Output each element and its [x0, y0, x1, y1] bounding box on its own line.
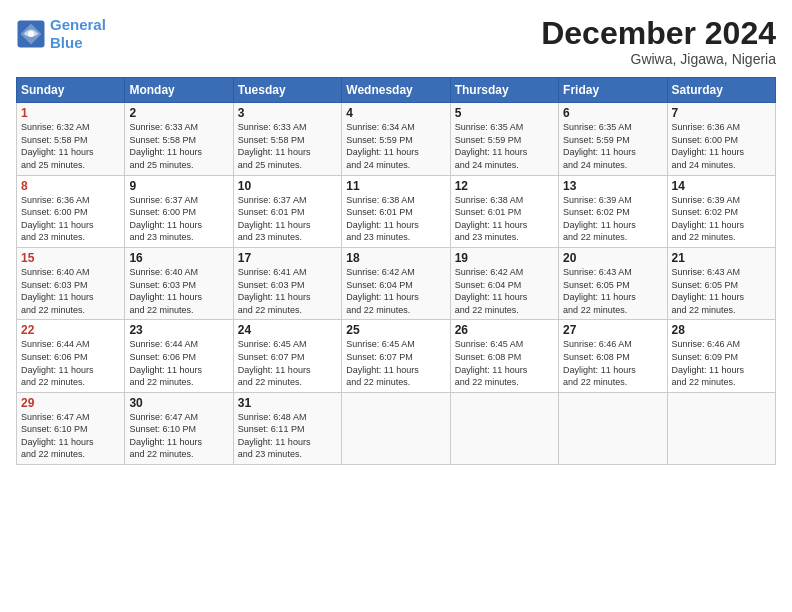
day-number: 12	[455, 179, 554, 193]
calendar-cell: 8 Sunrise: 6:36 AMSunset: 6:00 PMDayligh…	[17, 175, 125, 247]
calendar-body: 1 Sunrise: 6:32 AMSunset: 5:58 PMDayligh…	[17, 103, 776, 465]
weekday-header: Friday	[559, 78, 667, 103]
page: General Blue December 2024 Gwiwa, Jigawa…	[0, 0, 792, 612]
logo: General Blue	[16, 16, 106, 52]
day-number: 26	[455, 323, 554, 337]
calendar-cell: 18 Sunrise: 6:42 AMSunset: 6:04 PMDaylig…	[342, 247, 450, 319]
calendar-cell: 29 Sunrise: 6:47 AMSunset: 6:10 PMDaylig…	[17, 392, 125, 464]
day-number: 2	[129, 106, 228, 120]
calendar-cell: 20 Sunrise: 6:43 AMSunset: 6:05 PMDaylig…	[559, 247, 667, 319]
calendar-cell: 10 Sunrise: 6:37 AMSunset: 6:01 PMDaylig…	[233, 175, 341, 247]
day-info: Sunrise: 6:40 AMSunset: 6:03 PMDaylight:…	[21, 266, 120, 316]
calendar-week-row: 1 Sunrise: 6:32 AMSunset: 5:58 PMDayligh…	[17, 103, 776, 175]
day-number: 20	[563, 251, 662, 265]
calendar-cell: 6 Sunrise: 6:35 AMSunset: 5:59 PMDayligh…	[559, 103, 667, 175]
weekday-header: Monday	[125, 78, 233, 103]
calendar-cell: 12 Sunrise: 6:38 AMSunset: 6:01 PMDaylig…	[450, 175, 558, 247]
day-number: 15	[21, 251, 120, 265]
calendar-cell: 21 Sunrise: 6:43 AMSunset: 6:05 PMDaylig…	[667, 247, 775, 319]
calendar-cell: 24 Sunrise: 6:45 AMSunset: 6:07 PMDaylig…	[233, 320, 341, 392]
day-info: Sunrise: 6:35 AMSunset: 5:59 PMDaylight:…	[563, 121, 662, 171]
day-info: Sunrise: 6:41 AMSunset: 6:03 PMDaylight:…	[238, 266, 337, 316]
day-info: Sunrise: 6:33 AMSunset: 5:58 PMDaylight:…	[238, 121, 337, 171]
calendar-cell	[667, 392, 775, 464]
day-info: Sunrise: 6:46 AMSunset: 6:08 PMDaylight:…	[563, 338, 662, 388]
calendar-cell: 15 Sunrise: 6:40 AMSunset: 6:03 PMDaylig…	[17, 247, 125, 319]
day-number: 29	[21, 396, 120, 410]
day-number: 7	[672, 106, 771, 120]
weekday-header: Tuesday	[233, 78, 341, 103]
calendar-cell: 22 Sunrise: 6:44 AMSunset: 6:06 PMDaylig…	[17, 320, 125, 392]
calendar-cell: 19 Sunrise: 6:42 AMSunset: 6:04 PMDaylig…	[450, 247, 558, 319]
calendar-cell: 17 Sunrise: 6:41 AMSunset: 6:03 PMDaylig…	[233, 247, 341, 319]
day-info: Sunrise: 6:37 AMSunset: 6:01 PMDaylight:…	[238, 194, 337, 244]
calendar-week-row: 8 Sunrise: 6:36 AMSunset: 6:00 PMDayligh…	[17, 175, 776, 247]
calendar-cell: 13 Sunrise: 6:39 AMSunset: 6:02 PMDaylig…	[559, 175, 667, 247]
day-info: Sunrise: 6:36 AMSunset: 6:00 PMDaylight:…	[21, 194, 120, 244]
day-number: 5	[455, 106, 554, 120]
logo-icon	[16, 19, 46, 49]
day-number: 14	[672, 179, 771, 193]
day-info: Sunrise: 6:43 AMSunset: 6:05 PMDaylight:…	[563, 266, 662, 316]
day-info: Sunrise: 6:44 AMSunset: 6:06 PMDaylight:…	[129, 338, 228, 388]
day-number: 23	[129, 323, 228, 337]
day-info: Sunrise: 6:48 AMSunset: 6:11 PMDaylight:…	[238, 411, 337, 461]
day-info: Sunrise: 6:33 AMSunset: 5:58 PMDaylight:…	[129, 121, 228, 171]
day-info: Sunrise: 6:38 AMSunset: 6:01 PMDaylight:…	[346, 194, 445, 244]
calendar-cell: 25 Sunrise: 6:45 AMSunset: 6:07 PMDaylig…	[342, 320, 450, 392]
logo-text: General Blue	[50, 16, 106, 52]
day-number: 8	[21, 179, 120, 193]
day-info: Sunrise: 6:46 AMSunset: 6:09 PMDaylight:…	[672, 338, 771, 388]
day-number: 25	[346, 323, 445, 337]
day-number: 22	[21, 323, 120, 337]
location: Gwiwa, Jigawa, Nigeria	[541, 51, 776, 67]
calendar-cell: 28 Sunrise: 6:46 AMSunset: 6:09 PMDaylig…	[667, 320, 775, 392]
calendar-cell: 2 Sunrise: 6:33 AMSunset: 5:58 PMDayligh…	[125, 103, 233, 175]
calendar-header: SundayMondayTuesdayWednesdayThursdayFrid…	[17, 78, 776, 103]
day-info: Sunrise: 6:42 AMSunset: 6:04 PMDaylight:…	[346, 266, 445, 316]
day-info: Sunrise: 6:40 AMSunset: 6:03 PMDaylight:…	[129, 266, 228, 316]
calendar-week-row: 15 Sunrise: 6:40 AMSunset: 6:03 PMDaylig…	[17, 247, 776, 319]
day-info: Sunrise: 6:42 AMSunset: 6:04 PMDaylight:…	[455, 266, 554, 316]
calendar-cell: 31 Sunrise: 6:48 AMSunset: 6:11 PMDaylig…	[233, 392, 341, 464]
day-number: 10	[238, 179, 337, 193]
day-number: 18	[346, 251, 445, 265]
calendar-cell: 1 Sunrise: 6:32 AMSunset: 5:58 PMDayligh…	[17, 103, 125, 175]
svg-point-2	[28, 31, 34, 37]
day-info: Sunrise: 6:39 AMSunset: 6:02 PMDaylight:…	[672, 194, 771, 244]
calendar-cell: 16 Sunrise: 6:40 AMSunset: 6:03 PMDaylig…	[125, 247, 233, 319]
day-number: 31	[238, 396, 337, 410]
day-number: 3	[238, 106, 337, 120]
calendar-cell: 3 Sunrise: 6:33 AMSunset: 5:58 PMDayligh…	[233, 103, 341, 175]
day-info: Sunrise: 6:47 AMSunset: 6:10 PMDaylight:…	[21, 411, 120, 461]
calendar-cell	[559, 392, 667, 464]
calendar-table: SundayMondayTuesdayWednesdayThursdayFrid…	[16, 77, 776, 465]
calendar-cell	[342, 392, 450, 464]
calendar-week-row: 29 Sunrise: 6:47 AMSunset: 6:10 PMDaylig…	[17, 392, 776, 464]
day-info: Sunrise: 6:38 AMSunset: 6:01 PMDaylight:…	[455, 194, 554, 244]
calendar-cell: 14 Sunrise: 6:39 AMSunset: 6:02 PMDaylig…	[667, 175, 775, 247]
day-info: Sunrise: 6:37 AMSunset: 6:00 PMDaylight:…	[129, 194, 228, 244]
day-info: Sunrise: 6:45 AMSunset: 6:08 PMDaylight:…	[455, 338, 554, 388]
header: General Blue December 2024 Gwiwa, Jigawa…	[16, 16, 776, 67]
day-info: Sunrise: 6:45 AMSunset: 6:07 PMDaylight:…	[238, 338, 337, 388]
day-number: 24	[238, 323, 337, 337]
day-info: Sunrise: 6:44 AMSunset: 6:06 PMDaylight:…	[21, 338, 120, 388]
day-info: Sunrise: 6:36 AMSunset: 6:00 PMDaylight:…	[672, 121, 771, 171]
day-info: Sunrise: 6:35 AMSunset: 5:59 PMDaylight:…	[455, 121, 554, 171]
calendar-cell: 30 Sunrise: 6:47 AMSunset: 6:10 PMDaylig…	[125, 392, 233, 464]
calendar-cell: 5 Sunrise: 6:35 AMSunset: 5:59 PMDayligh…	[450, 103, 558, 175]
calendar-cell: 11 Sunrise: 6:38 AMSunset: 6:01 PMDaylig…	[342, 175, 450, 247]
calendar-cell: 26 Sunrise: 6:45 AMSunset: 6:08 PMDaylig…	[450, 320, 558, 392]
day-number: 27	[563, 323, 662, 337]
day-number: 1	[21, 106, 120, 120]
day-number: 17	[238, 251, 337, 265]
weekday-row: SundayMondayTuesdayWednesdayThursdayFrid…	[17, 78, 776, 103]
day-number: 11	[346, 179, 445, 193]
day-number: 9	[129, 179, 228, 193]
day-info: Sunrise: 6:45 AMSunset: 6:07 PMDaylight:…	[346, 338, 445, 388]
day-number: 6	[563, 106, 662, 120]
calendar-cell: 23 Sunrise: 6:44 AMSunset: 6:06 PMDaylig…	[125, 320, 233, 392]
title-area: December 2024 Gwiwa, Jigawa, Nigeria	[541, 16, 776, 67]
day-info: Sunrise: 6:39 AMSunset: 6:02 PMDaylight:…	[563, 194, 662, 244]
